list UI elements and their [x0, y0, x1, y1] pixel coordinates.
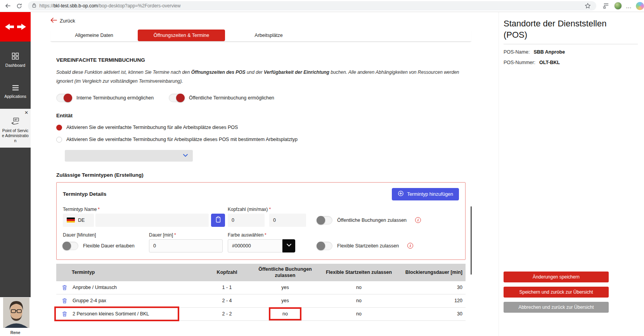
pos-info-panel: Standorte der Dienststellen (POS) POS-Na…: [499, 12, 644, 336]
back-link[interactable]: Zurück: [50, 17, 75, 24]
panel-title: Standorte der Dienststellen (POS): [504, 18, 644, 40]
farbe-label: Farbe auswählen*: [228, 232, 267, 238]
section-title-vereinfachte-terminbuchung: VEREINFACHTE TERMINBUCHUNG: [56, 57, 466, 63]
circle-plus-icon: [398, 190, 404, 198]
public-bookings-label: Öffentliche Buchungen zulassen: [337, 218, 407, 223]
termintyp-details-box: Termintyp Details Termintyp hinzufügen T…: [56, 182, 466, 260]
save-and-back-button[interactable]: Speichern und zurück zur Übersicht: [504, 287, 609, 298]
info-icon[interactable]: i: [415, 217, 421, 223]
user-avatar[interactable]: [3, 298, 29, 328]
radio-option-all-workplaces[interactable]: Aktivieren Sie die vereinfachte Terminbu…: [56, 125, 466, 131]
internal-booking-toggle[interactable]: [56, 94, 72, 102]
tab-oeffnungszeiten-termine[interactable]: Öffnungszeiten & Termine: [138, 30, 225, 41]
browser-toolbar: https://bkl-test.sbb.b-op.com/bop-deskto…: [0, 0, 644, 12]
tab-arbeitsplaetze[interactable]: Arbeitsplätze: [225, 30, 312, 41]
collections-icon[interactable]: [601, 1, 610, 10]
tab-allgemeine-daten[interactable]: Allgemeine Daten: [50, 30, 138, 41]
entity-section-title: Entität: [56, 113, 466, 118]
sidebar-item-dashboard[interactable]: Dashboard: [0, 52, 31, 68]
vertical-scrollbar[interactable]: [471, 206, 472, 275]
public-booking-toggle[interactable]: [169, 94, 184, 102]
back-arrow-icon: [50, 17, 57, 24]
chevron-down-icon: [183, 152, 188, 159]
public-booking-label: Öffentliche Terminbuchung ermöglichen: [189, 95, 274, 101]
kopfzahl-value: 2 - 4: [204, 298, 250, 303]
close-icon[interactable]: ✕: [24, 110, 28, 116]
kopfzahl-max-input[interactable]: [269, 214, 306, 227]
pos-number-row: POS-Nummer: OLT-BKL: [504, 60, 644, 65]
blockierung-value: 120: [398, 298, 466, 303]
dauer-min-input[interactable]: [149, 239, 223, 252]
flexible-dauer-toggle[interactable]: [63, 242, 78, 250]
delete-termintyp-button[interactable]: [62, 284, 68, 291]
table-row[interactable]: Anprobe / Umtausch 1 - 1 yes no 30: [56, 281, 466, 294]
cancel-and-back-button[interactable]: Abbrechen und zurück zur Übersicht: [504, 302, 609, 313]
delete-termintyp-button[interactable]: [62, 311, 68, 317]
address-bar[interactable]: https://bkl-test.sbb.b-op.com/bop-deskto…: [28, 1, 596, 10]
sidebar-user-area: Rene: [0, 297, 31, 336]
col-header-kopfzahl: Kopfzahl: [204, 269, 250, 275]
col-header-termintyp: Termintyp: [56, 270, 204, 275]
radio-option-workplace-type[interactable]: Aktivieren Sie die vereinfachte Terminbu…: [56, 137, 466, 143]
workplace-type-dropdown[interactable]: [65, 150, 193, 162]
url-text: https://bkl-test.sbb.b-op.com/bop-deskto…: [40, 3, 181, 9]
kopfzahl-value: 1 - 1: [204, 285, 250, 290]
col-header-flexible: Flexible Startzeiten zulassen: [320, 269, 398, 275]
browser-refresh-icon[interactable]: [15, 1, 24, 10]
sbb-logo[interactable]: [0, 12, 31, 42]
table-row[interactable]: Gruppe 2-4 pax 2 - 4 yes no 120: [56, 294, 466, 308]
col-header-blockierung: Blockierungsdauer [min]: [398, 270, 466, 275]
german-flag-icon: [67, 218, 75, 223]
flexible-start-toggle[interactable]: [317, 242, 332, 250]
tab-bar: Allgemeine Daten Öffnungszeiten & Termin…: [50, 30, 471, 42]
radio-option-label: Aktivieren Sie die vereinfachte Terminbu…: [66, 137, 298, 142]
flexible-value: no: [320, 298, 398, 303]
back-label: Zurück: [60, 18, 75, 24]
add-termintyp-button[interactable]: Termintyp hinzufügen: [392, 188, 459, 200]
lock-icon: [32, 2, 36, 9]
pos-name-label: POS-Name:: [504, 49, 530, 55]
table-row-highlighted[interactable]: 2 Personen kleines Sortiment / BKL 2 - 2…: [56, 308, 466, 321]
info-icon[interactable]: i: [407, 243, 413, 249]
language-selector[interactable]: DE: [63, 214, 94, 227]
termintyp-name: 2 Personen kleines Sortiment / BKL: [73, 311, 149, 317]
browser-back-icon[interactable]: [3, 1, 12, 10]
copilot-icon[interactable]: [636, 2, 644, 10]
chevron-down-icon: [286, 243, 292, 249]
color-input[interactable]: [228, 239, 282, 252]
flexible-value: no: [320, 285, 398, 290]
browser-profile-avatar[interactable]: [614, 2, 622, 10]
table-header-row: Termintyp Kopfzahl Öffentliche Buchungen…: [56, 264, 466, 281]
kopfzahl-min-input[interactable]: [228, 214, 265, 227]
termintyp-name-input[interactable]: [95, 214, 209, 227]
radio-unselected-icon[interactable]: [56, 137, 62, 143]
public-value: no: [250, 311, 320, 317]
sidebar-item-label: Dashboard: [5, 63, 25, 68]
pos-admin-icon: [1, 117, 29, 127]
pos-name-row: POS-Name: SBB Anprobe: [504, 49, 644, 55]
sidebar-item-applications[interactable]: Applications: [0, 85, 31, 99]
dauer-min-label: Dauer [min]*: [149, 232, 176, 238]
divider: [504, 44, 638, 44]
section-description: Sobald diese Funktion aktiviert ist, kön…: [56, 68, 466, 86]
copy-translations-button[interactable]: [211, 214, 225, 227]
public-value: yes: [250, 285, 320, 290]
applications-menu-icon: [0, 85, 31, 92]
flexible-start-label: Flexible Startzeiten zulassen: [337, 243, 399, 249]
sidebar-item-pos-administration[interactable]: ✕ Point of Service Administration: [0, 109, 31, 148]
internal-booking-label: Interne Terminbuchung ermöglichen: [76, 95, 154, 101]
save-changes-button[interactable]: Änderungen speichern: [504, 272, 609, 282]
public-bookings-toggle[interactable]: [317, 216, 332, 225]
main-content: Zurück Allgemeine Daten Öffnungszeiten &…: [31, 12, 499, 336]
favorite-star-icon[interactable]: [583, 1, 592, 10]
termintypen-section-title: Zulässige Termintypen (Erstellung): [56, 172, 466, 178]
user-name: Rene: [0, 330, 31, 335]
color-dropdown-button[interactable]: [282, 239, 295, 252]
radio-selected-icon[interactable]: [56, 125, 62, 131]
blockierung-value: 30: [398, 285, 466, 290]
delete-termintyp-button[interactable]: [62, 298, 68, 304]
flexible-dauer-label: Flexible Dauer erlauben: [83, 243, 135, 249]
termintyp-name: Anprobe / Umtausch: [73, 285, 117, 290]
browser-menu-icon[interactable]: …: [626, 3, 632, 9]
termintyp-name: Gruppe 2-4 pax: [73, 298, 106, 303]
